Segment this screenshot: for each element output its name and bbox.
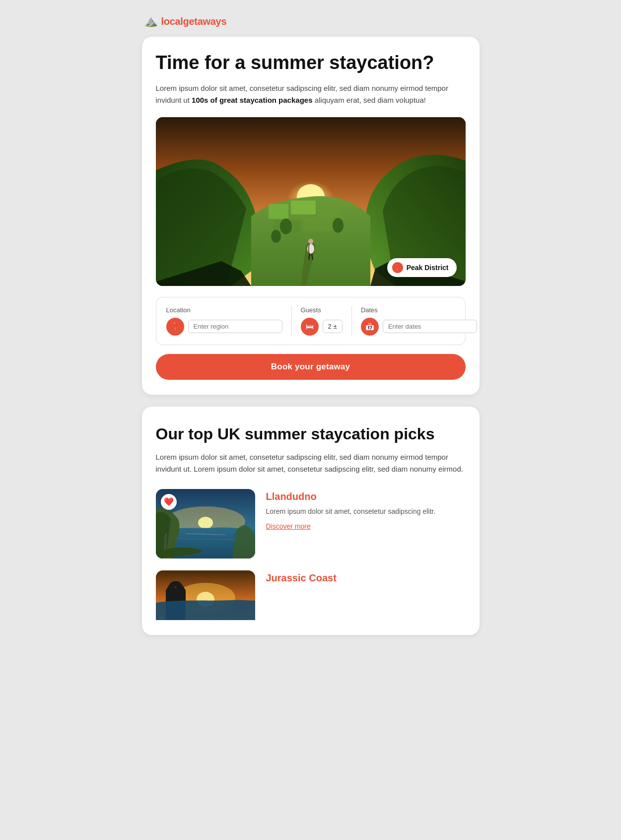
guests-input-row: 🛏 2 ±: [301, 318, 343, 336]
svg-rect-3: [269, 204, 288, 219]
svg-rect-5: [318, 202, 341, 217]
guests-stepper-symbol: ±: [334, 323, 337, 330]
calendar-icon-circle: 📅: [361, 318, 379, 336]
hero-description-bold: 100s of great staycation packages: [192, 96, 312, 104]
pick-favorite-icon[interactable]: ❤️: [161, 494, 177, 510]
location-input-row: 📍: [166, 318, 282, 336]
book-button[interactable]: Book your getaway: [156, 354, 466, 380]
svg-point-8: [307, 244, 314, 254]
svg-point-12: [280, 218, 292, 234]
pick-item-jurassic: Jurassic Coast: [156, 570, 466, 620]
svg-rect-7: [303, 217, 333, 231]
guests-field: Guests 🛏 2 ±: [301, 306, 352, 336]
dates-field: Dates 📅: [361, 306, 486, 336]
hero-section: Time for a summer staycation? Lorem ipsu…: [142, 37, 480, 395]
guests-icon-circle: 🛏: [301, 318, 319, 336]
picks-description: Lorem ipsum dolor sit amet, consetetur s…: [156, 451, 466, 475]
pick-link-llandudno[interactable]: Discover more: [266, 522, 311, 530]
location-field: Location 📍: [166, 306, 292, 336]
svg-point-17: [198, 517, 213, 529]
hero-description-end: aliquyam erat, sed diam voluptua!: [313, 96, 426, 104]
hero-description: Lorem ipsum dolor sit amet, consetetur s…: [156, 82, 466, 106]
svg-point-14: [271, 230, 281, 243]
location-label: Location: [166, 306, 282, 314]
hero-title: Time for a summer staycation?: [156, 52, 466, 74]
pick-content-jurassic: Jurassic Coast: [266, 570, 466, 588]
svg-point-13: [333, 218, 344, 233]
pick-image-llandudno: ❤️: [156, 489, 255, 559]
pick-desc-llandudno: Lorem ipsum dolor sit amet, consetetur s…: [266, 506, 466, 517]
pick-name-llandudno: Llandudno: [266, 491, 466, 502]
svg-rect-4: [291, 201, 316, 214]
picks-title: Our top UK summer staycation picks: [156, 424, 466, 443]
hero-image-container: 📍 Peak District: [156, 117, 466, 286]
logo-icon: ⛰️: [144, 15, 157, 28]
location-badge: 📍 Peak District: [387, 258, 457, 277]
pick-item-llandudno: ❤️ Llandudno Lorem ipsum dolor sit amet,…: [156, 489, 466, 559]
logo: ⛰️ localgetaways: [142, 15, 480, 28]
logo-text: localgetaways: [161, 16, 227, 27]
dates-input-row: 📅: [361, 318, 477, 336]
pick-name-jurassic: Jurassic Coast: [266, 572, 466, 584]
location-input[interactable]: [188, 320, 282, 333]
search-form: Location 📍 Guests 🛏 2 ± Dat: [156, 297, 466, 345]
dates-label: Dates: [361, 306, 477, 314]
guests-value: 2: [328, 323, 332, 330]
guests-label: Guests: [301, 306, 343, 314]
picks-section: Our top UK summer staycation picks Lorem…: [142, 407, 480, 635]
pick-content-llandudno: Llandudno Lorem ipsum dolor sit amet, co…: [266, 489, 466, 531]
pick-image-jurassic: [156, 570, 255, 620]
svg-point-9: [308, 239, 313, 244]
location-badge-text: Peak District: [407, 264, 449, 272]
location-icon-circle: 📍: [166, 318, 184, 336]
jurassic-image-svg: [156, 570, 255, 620]
guests-stepper[interactable]: 2 ±: [323, 320, 343, 333]
location-pin-icon: 📍: [392, 262, 403, 273]
dates-input[interactable]: [383, 320, 477, 333]
